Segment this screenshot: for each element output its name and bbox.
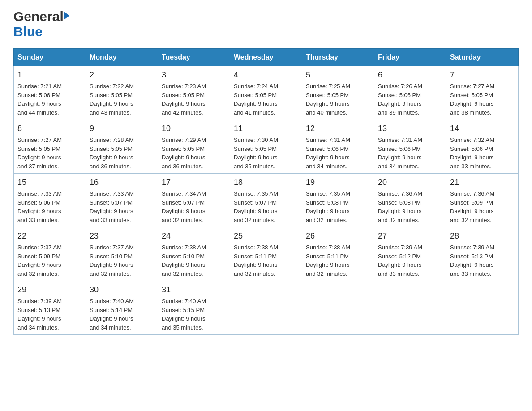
logo-arrow-icon [64,12,69,20]
calendar-cell: 10Sunrise: 7:29 AMSunset: 5:05 PMDayligh… [158,120,230,174]
day-info: Sunrise: 7:27 AMSunset: 5:05 PMDaylight:… [450,83,494,116]
calendar-cell: 25Sunrise: 7:38 AMSunset: 5:11 PMDayligh… [230,227,302,281]
calendar-cell: 29Sunrise: 7:39 AMSunset: 5:13 PMDayligh… [14,281,86,335]
day-info: Sunrise: 7:21 AMSunset: 5:06 PMDaylight:… [17,83,62,116]
calendar-cell: 12Sunrise: 7:31 AMSunset: 5:06 PMDayligh… [302,120,374,174]
day-info: Sunrise: 7:29 AMSunset: 5:05 PMDaylight:… [162,137,206,170]
header-wednesday: Wednesday [230,49,302,66]
day-info: Sunrise: 7:33 AMSunset: 5:06 PMDaylight:… [17,190,62,223]
day-info: Sunrise: 7:40 AMSunset: 5:14 PMDaylight:… [90,298,134,331]
calendar-cell: 13Sunrise: 7:31 AMSunset: 5:06 PMDayligh… [374,120,446,174]
calendar-cell: 18Sunrise: 7:35 AMSunset: 5:07 PMDayligh… [230,174,302,227]
day-number: 28 [450,230,515,242]
calendar-cell: 19Sunrise: 7:35 AMSunset: 5:08 PMDayligh… [302,174,374,227]
day-info: Sunrise: 7:36 AMSunset: 5:09 PMDaylight:… [450,190,494,223]
day-info: Sunrise: 7:38 AMSunset: 5:11 PMDaylight:… [234,244,278,277]
day-info: Sunrise: 7:38 AMSunset: 5:11 PMDaylight:… [306,244,350,277]
day-number: 16 [90,176,154,188]
calendar-cell: 3Sunrise: 7:23 AMSunset: 5:05 PMDaylight… [158,66,230,120]
calendar-cell: 22Sunrise: 7:37 AMSunset: 5:09 PMDayligh… [14,227,86,281]
week-row-1: 1Sunrise: 7:21 AMSunset: 5:06 PMDaylight… [14,66,519,120]
calendar-cell: 28Sunrise: 7:39 AMSunset: 5:13 PMDayligh… [446,227,519,281]
logo-general-text: General [13,9,64,24]
day-info: Sunrise: 7:37 AMSunset: 5:10 PMDaylight:… [90,244,134,277]
calendar-cell: 7Sunrise: 7:27 AMSunset: 5:05 PMDaylight… [446,66,519,120]
day-info: Sunrise: 7:39 AMSunset: 5:13 PMDaylight:… [17,298,62,331]
day-info: Sunrise: 7:23 AMSunset: 5:05 PMDaylight:… [162,83,206,116]
calendar-cell: 4Sunrise: 7:24 AMSunset: 5:05 PMDaylight… [230,66,302,120]
day-info: Sunrise: 7:27 AMSunset: 5:05 PMDaylight:… [17,137,62,170]
calendar-cell: 31Sunrise: 7:40 AMSunset: 5:15 PMDayligh… [158,281,230,335]
calendar-cell: 6Sunrise: 7:26 AMSunset: 5:05 PMDaylight… [374,66,446,120]
day-info: Sunrise: 7:33 AMSunset: 5:07 PMDaylight:… [90,190,134,223]
day-number: 23 [90,230,154,242]
calendar-cell: 14Sunrise: 7:32 AMSunset: 5:06 PMDayligh… [446,120,519,174]
day-info: Sunrise: 7:40 AMSunset: 5:15 PMDaylight:… [162,298,206,331]
calendar-header-row: SundayMondayTuesdayWednesdayThursdayFrid… [14,49,519,66]
calendar-cell: 24Sunrise: 7:38 AMSunset: 5:10 PMDayligh… [158,227,230,281]
calendar-cell: 11Sunrise: 7:30 AMSunset: 5:05 PMDayligh… [230,120,302,174]
day-number: 6 [378,69,442,81]
calendar-cell: 21Sunrise: 7:36 AMSunset: 5:09 PMDayligh… [446,174,519,227]
day-info: Sunrise: 7:38 AMSunset: 5:10 PMDaylight:… [162,244,206,277]
day-number: 5 [306,69,370,81]
day-info: Sunrise: 7:37 AMSunset: 5:09 PMDaylight:… [17,244,62,277]
day-info: Sunrise: 7:35 AMSunset: 5:08 PMDaylight:… [306,190,350,223]
day-number: 19 [306,176,370,188]
calendar-cell: 8Sunrise: 7:27 AMSunset: 5:05 PMDaylight… [14,120,86,174]
day-number: 7 [450,69,515,81]
day-number: 14 [450,123,515,135]
week-row-2: 8Sunrise: 7:27 AMSunset: 5:05 PMDaylight… [14,120,519,174]
day-info: Sunrise: 7:35 AMSunset: 5:07 PMDaylight:… [234,190,278,223]
calendar-cell: 17Sunrise: 7:34 AMSunset: 5:07 PMDayligh… [158,174,230,227]
calendar-cell [446,281,519,335]
day-number: 29 [17,284,82,296]
calendar-cell: 1Sunrise: 7:21 AMSunset: 5:06 PMDaylight… [14,66,86,120]
calendar-cell: 27Sunrise: 7:39 AMSunset: 5:12 PMDayligh… [374,227,446,281]
day-info: Sunrise: 7:32 AMSunset: 5:06 PMDaylight:… [450,137,494,170]
day-info: Sunrise: 7:30 AMSunset: 5:05 PMDaylight:… [234,137,278,170]
calendar-cell: 5Sunrise: 7:25 AMSunset: 5:05 PMDaylight… [302,66,374,120]
header-saturday: Saturday [446,49,519,66]
week-row-5: 29Sunrise: 7:39 AMSunset: 5:13 PMDayligh… [14,281,519,335]
day-number: 30 [90,284,154,296]
logo-blue-text: Blue [13,24,43,39]
day-info: Sunrise: 7:25 AMSunset: 5:05 PMDaylight:… [306,83,350,116]
day-number: 18 [234,176,298,188]
day-info: Sunrise: 7:22 AMSunset: 5:05 PMDaylight:… [90,83,134,116]
calendar-cell: 20Sunrise: 7:36 AMSunset: 5:08 PMDayligh… [374,174,446,227]
day-number: 25 [234,230,298,242]
week-row-3: 15Sunrise: 7:33 AMSunset: 5:06 PMDayligh… [14,174,519,227]
day-number: 15 [17,176,82,188]
calendar-cell [302,281,374,335]
header-tuesday: Tuesday [158,49,230,66]
day-info: Sunrise: 7:26 AMSunset: 5:05 PMDaylight:… [378,83,422,116]
day-number: 24 [162,230,226,242]
day-number: 31 [162,284,226,296]
day-number: 17 [162,176,226,188]
calendar-cell [230,281,302,335]
calendar-table: SundayMondayTuesdayWednesdayThursdayFrid… [13,48,519,335]
day-info: Sunrise: 7:36 AMSunset: 5:08 PMDaylight:… [378,190,422,223]
day-number: 20 [378,176,442,188]
day-number: 22 [17,230,82,242]
header-friday: Friday [374,49,446,66]
header-sunday: Sunday [14,49,86,66]
day-number: 9 [90,123,154,135]
calendar-cell: 15Sunrise: 7:33 AMSunset: 5:06 PMDayligh… [14,174,86,227]
day-info: Sunrise: 7:24 AMSunset: 5:05 PMDaylight:… [234,83,278,116]
day-number: 1 [17,69,82,81]
page-header: General Blue [13,9,519,39]
calendar-cell [374,281,446,335]
calendar-cell: 16Sunrise: 7:33 AMSunset: 5:07 PMDayligh… [86,174,158,227]
day-info: Sunrise: 7:39 AMSunset: 5:12 PMDaylight:… [378,244,422,277]
calendar-cell: 9Sunrise: 7:28 AMSunset: 5:05 PMDaylight… [86,120,158,174]
week-row-4: 22Sunrise: 7:37 AMSunset: 5:09 PMDayligh… [14,227,519,281]
header-thursday: Thursday [302,49,374,66]
day-number: 21 [450,176,515,188]
day-info: Sunrise: 7:31 AMSunset: 5:06 PMDaylight:… [306,137,350,170]
logo: General Blue [13,9,69,39]
day-number: 27 [378,230,442,242]
day-info: Sunrise: 7:28 AMSunset: 5:05 PMDaylight:… [90,137,134,170]
day-number: 11 [234,123,298,135]
